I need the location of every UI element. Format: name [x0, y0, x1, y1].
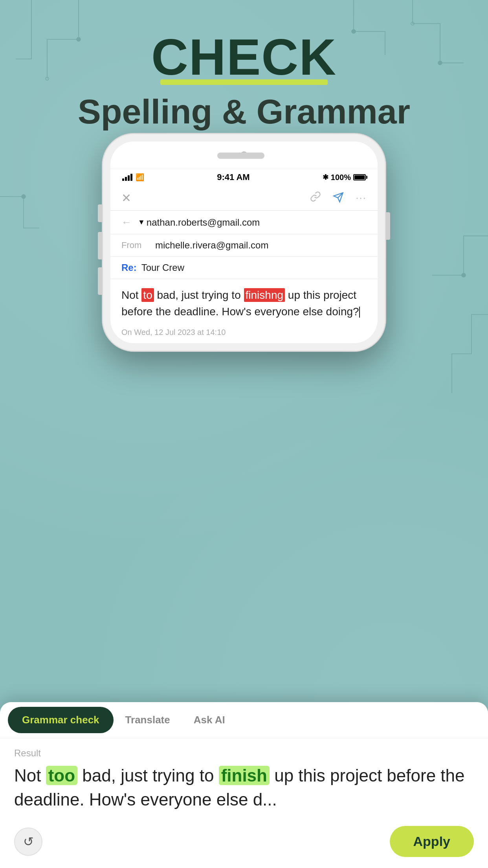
to-address: nathan.roberts@gmail.com	[147, 217, 260, 228]
result-section: Result Not too bad, just trying to finis…	[0, 738, 488, 820]
bluetooth-icon: ✱	[323, 173, 328, 182]
body-error-to: to	[141, 288, 154, 302]
refresh-button[interactable]: ↺	[14, 828, 42, 856]
quote-date: On Wed, 12 Jul 2023 at 14:10	[121, 328, 226, 337]
signal-bar-3	[128, 175, 130, 181]
re-label: Re:	[121, 262, 137, 273]
volume-up-button	[98, 232, 103, 259]
back-icon[interactable]: ←	[121, 216, 132, 228]
tab-ask-ai-label: Ask AI	[194, 714, 225, 726]
power-button	[385, 212, 390, 240]
mute-button	[98, 204, 103, 222]
tab-translate-label: Translate	[125, 714, 170, 726]
battery-icon	[353, 174, 366, 180]
result-label: Result	[14, 748, 474, 759]
check-title: CHECK	[151, 31, 337, 83]
subject-text: Tour Crew	[141, 262, 184, 273]
wifi-icon: 📶	[136, 173, 144, 182]
header-section: CHECK Spelling & Grammar	[0, 0, 488, 131]
toolbar-actions: ···	[310, 191, 367, 205]
link-icon[interactable]	[310, 191, 321, 205]
close-icon[interactable]: ✕	[121, 191, 131, 205]
email-toolbar: ✕ ···	[110, 186, 378, 211]
signal-bar-2	[125, 177, 127, 181]
body-text-before-to: Not	[121, 289, 141, 301]
status-time: 9:41 AM	[144, 172, 323, 182]
from-field: From michelle.rivera@gmail.com	[110, 234, 378, 257]
phone-top-bar	[110, 142, 378, 169]
tab-translate[interactable]: Translate	[114, 704, 182, 736]
result-text-middle: bad, just trying to	[77, 766, 219, 785]
body-text-middle: bad, just trying to	[154, 289, 244, 301]
from-label: From	[121, 240, 149, 250]
result-finish: finish	[219, 766, 270, 785]
apply-button[interactable]: Apply	[390, 826, 474, 857]
tab-grammar-check-label: Grammar check	[22, 714, 99, 726]
volume-down-button	[98, 267, 103, 295]
signal-icon	[122, 174, 132, 181]
result-text: Not too bad, just trying to finish up th…	[14, 763, 474, 812]
email-body[interactable]: Not to bad, just trying to finishng up t…	[110, 279, 378, 328]
to-field: ← ▼ nathan.roberts@gmail.com	[110, 211, 378, 234]
phone-outer: 📶 9:41 AM ✱ 100% ✕	[103, 134, 385, 351]
status-bar: 📶 9:41 AM ✱ 100%	[110, 169, 378, 186]
status-left: 📶	[122, 173, 144, 182]
svg-point-6	[22, 195, 26, 199]
signal-bar-4	[130, 174, 132, 181]
subject-field: Re: Tour Crew	[110, 257, 378, 279]
speaker-grill	[217, 153, 264, 159]
battery-percent: 100%	[331, 173, 351, 182]
send-icon[interactable]	[333, 192, 344, 204]
battery-fill	[354, 175, 365, 179]
more-icon[interactable]: ···	[356, 192, 367, 204]
subtitle: Spelling & Grammar	[0, 93, 488, 131]
svg-point-5	[462, 273, 466, 277]
bottom-sheet: Grammar check Translate Ask AI Result No…	[0, 702, 488, 868]
bottom-actions: ↺ Apply	[0, 820, 488, 868]
result-too: too	[46, 766, 77, 785]
dropdown-icon: ▼	[138, 218, 145, 226]
bottom-sheet-container: Grammar check Translate Ask AI Result No…	[0, 702, 488, 868]
phone-mockup: 📶 9:41 AM ✱ 100% ✕	[103, 134, 385, 351]
from-address: michelle.rivera@gmail.com	[155, 240, 268, 251]
refresh-icon: ↺	[23, 834, 34, 849]
status-right: ✱ 100%	[323, 173, 366, 182]
phone-screen: 📶 9:41 AM ✱ 100% ✕	[110, 142, 378, 343]
body-error-finishng: finishng	[244, 288, 285, 302]
tab-ask-ai[interactable]: Ask AI	[182, 704, 237, 736]
tab-grammar-check[interactable]: Grammar check	[8, 707, 114, 733]
email-quote: On Wed, 12 Jul 2023 at 14:10	[110, 328, 378, 343]
text-cursor	[359, 307, 360, 318]
result-text-before-too: Not	[14, 766, 46, 785]
signal-bar-1	[122, 178, 124, 181]
tab-bar: Grammar check Translate Ask AI	[0, 702, 488, 738]
